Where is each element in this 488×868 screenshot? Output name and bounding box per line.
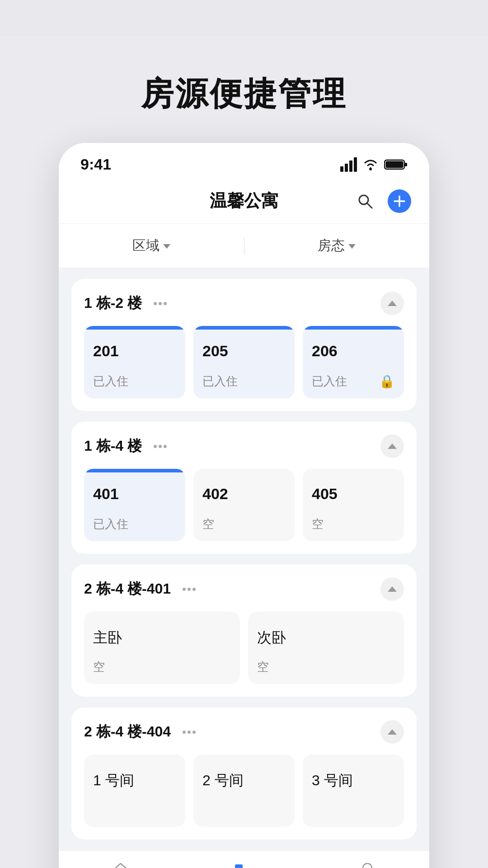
app-header: 温馨公寓 (59, 180, 429, 223)
chevron-up-icon (388, 586, 397, 592)
room-card-401-number: 401 (93, 485, 176, 503)
section-1-4-collapse-button[interactable] (380, 434, 404, 458)
plus-icon (393, 194, 406, 208)
section-2-4-401-rooms-grid: 主卧 空 次卧 空 (84, 612, 404, 684)
search-button[interactable] (353, 189, 377, 213)
svg-rect-8 (235, 864, 243, 868)
section-1-2-header: 1 栋-2 楼 (84, 292, 404, 315)
room-card-201-top-bar (84, 326, 185, 330)
room-card-206-top-bar (303, 326, 404, 330)
section-2-4-401-collapse-button[interactable] (380, 577, 404, 601)
dot (183, 588, 186, 591)
room-card-2hao[interactable]: 2 号间 (193, 755, 295, 827)
section-2-4-404-title: 2 栋-4 楼-404 (84, 722, 171, 742)
svg-point-0 (369, 168, 372, 170)
section-2-4-401-header: 2 栋-4 楼-401 (84, 577, 404, 601)
section-2-4-401-title-group: 2 栋-4 楼-401 (84, 579, 200, 599)
area-filter-chevron (163, 244, 170, 249)
status-icons (340, 157, 408, 172)
room-card-206-status: 已入住 🔒 (312, 373, 395, 389)
room-card-205-top-bar (193, 326, 295, 330)
nav-item-mine[interactable]: 我的 (306, 860, 429, 868)
section-1-4: 1 栋-4 楼 401 (71, 422, 417, 554)
section-2-4-404-rooms-grid: 1 号间 2 号间 3 号间 (84, 755, 404, 827)
mine-icon (356, 860, 379, 868)
bottom-nav: 首页 房源 我的 (59, 850, 429, 868)
section-1-4-rooms-grid: 401 已入住 402 空 405 (84, 469, 404, 541)
section-1-2-rooms-grid: 201 已入住 205 已入住 (84, 326, 404, 398)
signal-icon (340, 157, 357, 172)
section-1-4-title: 1 栋-4 楼 (84, 436, 142, 456)
section-1-4-header: 1 栋-4 楼 (84, 434, 404, 458)
area-filter-label: 区域 (132, 236, 160, 255)
section-1-4-title-group: 1 栋-4 楼 (84, 436, 171, 456)
section-1-4-more-button[interactable] (149, 440, 171, 453)
dot (154, 302, 157, 305)
svg-point-10 (363, 863, 372, 868)
room-card-secondary-status: 空 (257, 659, 395, 675)
room-card-405-number: 405 (312, 485, 395, 503)
room-card-master-name: 主卧 (93, 628, 231, 648)
wifi-icon (362, 158, 379, 171)
dot (192, 731, 196, 734)
lock-icon: 🔒 (379, 374, 395, 389)
room-card-master-status: 空 (93, 659, 231, 675)
room-card-405-status: 空 (312, 516, 395, 532)
app-header-title: 温馨公寓 (210, 189, 278, 212)
section-2-4-401-more-button[interactable] (178, 583, 200, 595)
room-card-201-status: 已入住 (93, 373, 176, 389)
add-button[interactable] (388, 189, 411, 213)
section-1-2-more-button[interactable] (149, 297, 171, 310)
home-icon (109, 860, 132, 868)
dot (159, 445, 162, 448)
room-card-3hao[interactable]: 3 号间 (303, 755, 404, 827)
room-card-1hao[interactable]: 1 号间 (84, 755, 185, 827)
room-card-1hao-name: 1 号间 (93, 771, 176, 791)
room-card-402-number: 402 (202, 485, 286, 503)
room-card-2hao-name: 2 号间 (202, 771, 286, 791)
room-card-401-top-bar (84, 469, 185, 472)
room-card-405[interactable]: 405 空 (303, 469, 404, 541)
section-1-2: 1 栋-2 楼 201 (71, 279, 417, 411)
section-1-2-collapse-button[interactable] (380, 292, 404, 315)
svg-rect-3 (386, 161, 404, 168)
room-card-201[interactable]: 201 已入住 (84, 326, 185, 398)
dot (188, 731, 191, 734)
room-card-205[interactable]: 205 已入住 (193, 326, 295, 398)
section-2-4-404-collapse-button[interactable] (380, 720, 404, 744)
room-card-205-number: 205 (202, 342, 286, 360)
area-filter-button[interactable]: 区域 (59, 224, 244, 268)
room-card-401[interactable]: 401 已入住 (84, 469, 185, 541)
status-filter-chevron (348, 244, 356, 249)
dot (164, 445, 167, 448)
section-2-4-404-header: 2 栋-4 楼-404 (84, 720, 404, 744)
status-bar: 9:41 (59, 143, 429, 180)
dot (183, 731, 186, 734)
room-card-402-status: 空 (202, 516, 286, 532)
room-card-master[interactable]: 主卧 空 (84, 612, 240, 684)
status-time: 9:41 (80, 156, 111, 173)
status-filter-label: 房态 (318, 236, 345, 255)
section-2-4-404-more-button[interactable] (178, 726, 200, 738)
nav-item-fangyan[interactable]: 房源 (182, 860, 305, 868)
dot (164, 302, 167, 305)
page-wrapper: 房源便捷管理 9:41 (0, 36, 488, 868)
status-filter-button[interactable]: 房态 (244, 224, 430, 268)
fangyan-icon (232, 860, 256, 868)
room-card-206-number: 206 (312, 342, 395, 360)
chevron-up-icon (388, 301, 397, 306)
svg-line-5 (367, 203, 372, 208)
dot (188, 588, 191, 591)
section-2-4-401-title: 2 栋-4 楼-401 (84, 579, 171, 599)
search-icon (356, 192, 374, 210)
chevron-up-icon (388, 443, 397, 449)
room-card-206[interactable]: 206 已入住 🔒 (303, 326, 404, 398)
room-card-secondary-name: 次卧 (257, 628, 395, 648)
nav-item-home[interactable]: 首页 (59, 860, 182, 868)
filter-row: 区域 房态 (59, 223, 429, 268)
section-2-4-401: 2 栋-4 楼-401 主卧 (71, 565, 417, 697)
section-2-4-404: 2 栋-4 楼-404 1 号间 (71, 708, 417, 840)
room-card-secondary[interactable]: 次卧 空 (248, 612, 404, 684)
dot (154, 445, 157, 448)
room-card-402[interactable]: 402 空 (193, 469, 295, 541)
